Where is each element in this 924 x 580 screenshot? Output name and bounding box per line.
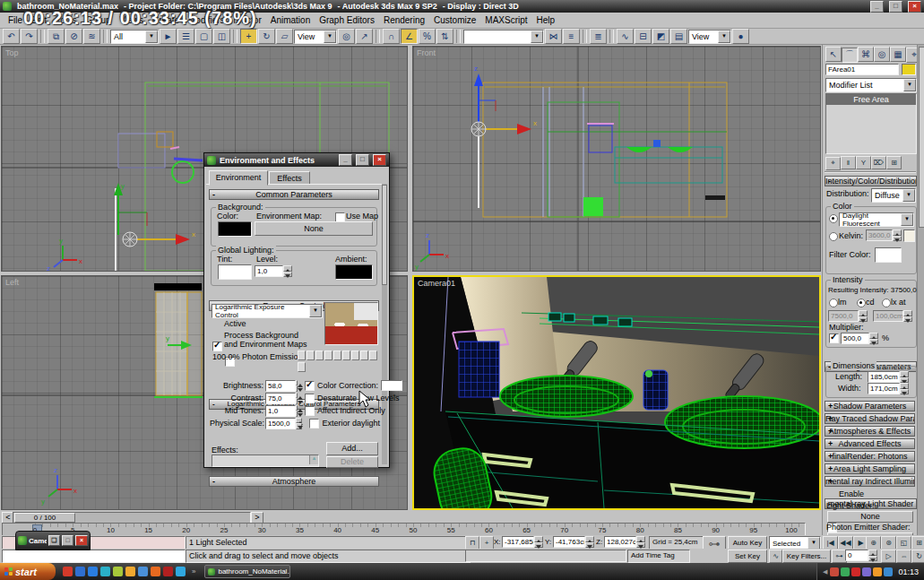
quick-launch-icon-1[interactable]	[63, 567, 73, 576]
param-checkbox[interactable]	[305, 381, 315, 391]
tray-icon-3[interactable]	[851, 567, 860, 576]
default-in-out-tangents-icon[interactable]: ∿	[769, 550, 782, 563]
arc-rotate-icon[interactable]: ↻	[911, 550, 924, 563]
multiplier-field[interactable]: 500,0	[841, 333, 869, 344]
toolbar-named-selection-sets[interactable]: ▼	[463, 30, 544, 44]
tab-motion-icon[interactable]: ◎	[874, 47, 890, 62]
light-shader-none-button[interactable]: None	[827, 511, 913, 523]
field-of-view-icon[interactable]: ▷	[881, 550, 896, 563]
layer-manager-icon[interactable]: ≣	[590, 29, 607, 44]
cd-value-spinner[interactable]	[859, 310, 868, 322]
cd-value-field[interactable]: 7500,0	[828, 310, 859, 322]
zoom-extents-icon[interactable]: ◱	[896, 536, 911, 550]
quick-render-icon[interactable]: ●	[732, 29, 749, 44]
dialog-maximize-button[interactable]: □	[356, 154, 369, 166]
viewport-front[interactable]: Front x z z	[412, 46, 821, 272]
previous-frame-icon[interactable]: ◀◀	[838, 536, 853, 550]
menu-help[interactable]: Help	[532, 13, 560, 27]
length-spinner[interactable]	[900, 371, 909, 383]
select-and-scale-icon[interactable]: ▱	[276, 29, 293, 44]
color-preset-dropdown[interactable]: Daylight Fluorescent ▼	[839, 212, 914, 227]
menu-customize[interactable]: Customize	[429, 13, 480, 27]
camera-window-restore-button[interactable]: ❏	[48, 535, 60, 546]
zoom-extents-all-icon[interactable]: ⊞	[911, 536, 924, 550]
align-icon[interactable]: ≡	[563, 29, 580, 44]
minimized-camera-window[interactable]: Camera0... ❏ □ ×	[15, 531, 91, 550]
dialog-scrollbar[interactable]	[382, 184, 387, 464]
param-field[interactable]: 1500,0	[265, 418, 296, 429]
maxscript-mini-listener-white[interactable]	[2, 550, 186, 563]
x-coordinate-field[interactable]: -317,685cm	[502, 536, 534, 548]
rollout-advanced-effects[interactable]: Advanced Effects	[825, 438, 915, 449]
length-field[interactable]: 185,0cm	[868, 371, 900, 383]
multiplier-spinner[interactable]	[869, 333, 878, 344]
quick-launch-icon-2[interactable]	[75, 567, 85, 576]
param-spinner[interactable]	[296, 405, 298, 417]
add-effect-button[interactable]: Add...	[326, 442, 378, 455]
menu-graph-editors[interactable]: Graph Editors	[315, 13, 379, 27]
object-color-swatch[interactable]	[902, 64, 916, 75]
kelvin-field[interactable]: 3600,0	[866, 229, 893, 241]
quick-launch-icon-4[interactable]	[100, 567, 110, 576]
cd-radio[interactable]	[857, 299, 866, 307]
color-preset-radio[interactable]	[829, 214, 838, 223]
chevron-down-icon[interactable]: ▼	[807, 537, 820, 550]
rollout-intensity-color-distribution[interactable]: Intensity/Color/Distribution	[825, 176, 917, 186]
tab-environment[interactable]: Environment	[209, 170, 268, 186]
environment-effects-dialog[interactable]: Environment and Effects _ □ × Environmen…	[203, 152, 390, 468]
viewport-top-label[interactable]: Top	[5, 48, 19, 57]
add-time-tag[interactable]: Add Time Tag	[627, 550, 690, 563]
tray-icon-4[interactable]	[862, 567, 871, 576]
select-by-name-icon[interactable]: ☰	[177, 29, 194, 44]
list-scrollbar[interactable]: ▲	[309, 455, 318, 464]
rollout-mental-ray-indirect-illumination[interactable]: mental ray Indirect Illumination	[825, 476, 915, 487]
menu-rendering[interactable]: Rendering	[379, 13, 429, 27]
param-spinner[interactable]	[296, 418, 302, 429]
select-object-icon[interactable]: ►	[160, 29, 177, 44]
dialog-titlebar[interactable]: Environment and Effects _ □ ×	[204, 153, 389, 167]
modifier-stack[interactable]: Free Area	[825, 93, 917, 154]
viewport-left-label[interactable]: Left	[5, 278, 19, 287]
exposure-preview-thumbnail[interactable]	[324, 302, 378, 345]
zoom-icon[interactable]: ⊕	[866, 536, 881, 550]
rollout-atmospheres-effects[interactable]: Atmospheres & Effects	[825, 426, 915, 437]
x-spinner[interactable]	[534, 536, 543, 548]
taskbar-task-bathroom[interactable]: bathroom_NoMaterial...	[204, 565, 290, 578]
distribution-dropdown[interactable]: Diffuse ▼	[871, 188, 916, 203]
tray-icon-1[interactable]	[830, 567, 839, 576]
background-color-swatch[interactable]	[218, 221, 252, 237]
toolbar-reference-coordinate-system[interactable]: View▼	[294, 30, 337, 44]
redo-icon[interactable]: ↷	[21, 29, 38, 44]
viewport-front-label[interactable]: Front	[417, 48, 436, 57]
quick-launch-icon-8[interactable]	[151, 567, 160, 576]
toolbar-render-type[interactable]: View▼	[688, 30, 731, 44]
chevron-down-icon[interactable]: ▼	[901, 213, 913, 226]
quick-launch-icon-10[interactable]	[176, 567, 186, 576]
command-panel-scrollbar[interactable]	[917, 45, 924, 535]
lx-distance-spinner[interactable]	[903, 310, 912, 322]
spinner-snap-toggle-icon[interactable]: ⇅	[436, 29, 453, 44]
z-spinner[interactable]	[636, 536, 645, 548]
level-field[interactable]: 1,0	[255, 265, 283, 277]
param-field[interactable]: 75,0	[265, 393, 296, 404]
rollout-ray-traced-shadow-params[interactable]: Ray Traced Shadow Params	[825, 413, 915, 424]
unlink-selection-icon[interactable]: ⊘	[65, 29, 82, 44]
start-button[interactable]: start	[0, 563, 56, 580]
camera-window-close-button[interactable]: ×	[75, 535, 88, 546]
current-frame-field[interactable]: 0	[845, 550, 868, 561]
show-end-result-icon[interactable]: ‖	[841, 156, 856, 169]
object-name-field[interactable]: FArea01	[825, 64, 899, 75]
lm-radio[interactable]	[829, 299, 838, 307]
filter-color-swatch[interactable]	[875, 247, 902, 263]
percent-snap-toggle-icon[interactable]: %	[419, 29, 436, 44]
viewport-camera-label[interactable]: Camera01	[418, 279, 455, 288]
tint-swatch[interactable]	[218, 264, 252, 280]
track-bar[interactable]: 0510152025303540455055606570758085909510…	[0, 523, 822, 535]
select-and-move-icon[interactable]: +	[240, 29, 257, 44]
tab-create-icon[interactable]: ↖	[825, 47, 842, 62]
level-spinner[interactable]	[283, 265, 292, 277]
lx-distance-field[interactable]: 100,0cm	[873, 310, 903, 322]
rollout-finalrender-photons[interactable]: finalRender: Photons	[825, 451, 915, 462]
chevron-down-icon[interactable]: ▼	[531, 30, 543, 43]
select-and-link-icon[interactable]: ⧉	[47, 29, 65, 44]
